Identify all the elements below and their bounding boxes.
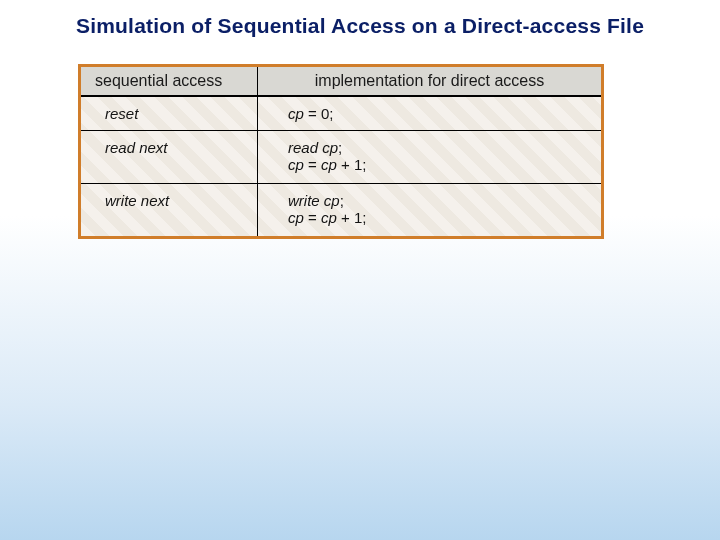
op-write-next: write next [81, 184, 257, 236]
impl-line: read cp; [288, 139, 591, 156]
impl-line: cp = 0; [288, 105, 591, 122]
header-implementation: implementation for direct access [258, 67, 601, 95]
table-header-row: sequential access implementation for dir… [81, 67, 601, 95]
header-left-text: sequential access [95, 72, 222, 89]
impl-line: cp = cp + 1; [288, 156, 591, 173]
impl-line: write cp; [288, 192, 591, 209]
access-table: sequential access implementation for dir… [78, 64, 604, 239]
impl-reset: cp = 0; [258, 97, 601, 130]
table-row: read next read cp; cp = cp + 1; [81, 131, 601, 183]
slide: Simulation of Sequential Access on a Dir… [0, 0, 720, 540]
header-sequential: sequential access [81, 67, 257, 95]
op-read-next: read next [81, 131, 257, 183]
impl-line: cp = cp + 1; [288, 209, 591, 226]
table-row: write next write cp; cp = cp + 1; [81, 184, 601, 236]
impl-read-next: read cp; cp = cp + 1; [258, 131, 601, 183]
op-reset: reset [81, 97, 257, 130]
table-row: reset cp = 0; [81, 97, 601, 130]
slide-title: Simulation of Sequential Access on a Dir… [0, 14, 720, 38]
impl-write-next: write cp; cp = cp + 1; [258, 184, 601, 236]
header-right-text: implementation for direct access [315, 72, 544, 89]
